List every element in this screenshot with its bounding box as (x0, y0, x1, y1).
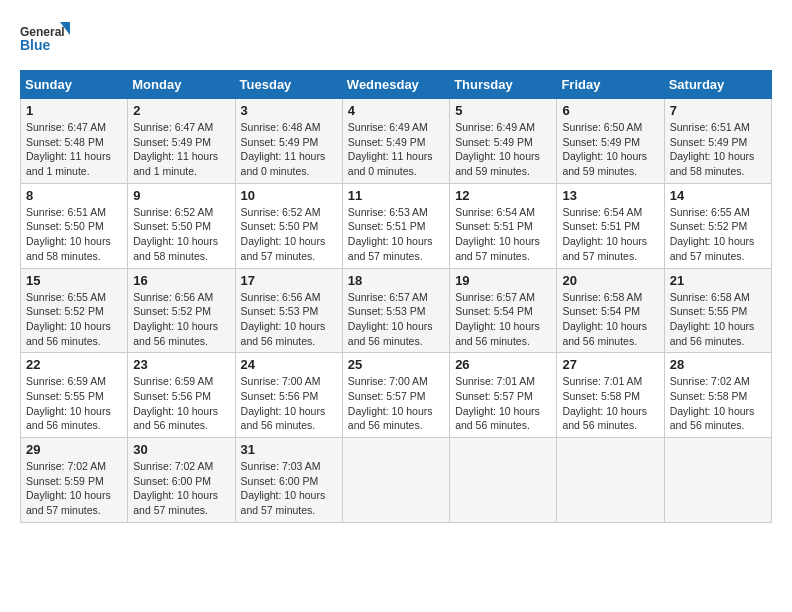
day-info: Sunrise: 7:00 AM Sunset: 5:56 PM Dayligh… (241, 374, 337, 433)
weekday-header-row: SundayMondayTuesdayWednesdayThursdayFrid… (21, 71, 772, 99)
calendar-day-cell: 23Sunrise: 6:59 AM Sunset: 5:56 PM Dayli… (128, 353, 235, 438)
calendar-body: 1Sunrise: 6:47 AM Sunset: 5:48 PM Daylig… (21, 99, 772, 523)
calendar-day-cell: 29Sunrise: 7:02 AM Sunset: 5:59 PM Dayli… (21, 438, 128, 523)
calendar-day-cell: 12Sunrise: 6:54 AM Sunset: 5:51 PM Dayli… (450, 183, 557, 268)
day-number: 15 (26, 273, 122, 288)
calendar-day-cell: 4Sunrise: 6:49 AM Sunset: 5:49 PM Daylig… (342, 99, 449, 184)
day-number: 2 (133, 103, 229, 118)
day-info: Sunrise: 6:59 AM Sunset: 5:55 PM Dayligh… (26, 374, 122, 433)
day-info: Sunrise: 6:49 AM Sunset: 5:49 PM Dayligh… (455, 120, 551, 179)
day-number: 14 (670, 188, 766, 203)
calendar-day-cell: 17Sunrise: 6:56 AM Sunset: 5:53 PM Dayli… (235, 268, 342, 353)
weekday-header-cell: Saturday (664, 71, 771, 99)
calendar-week-row: 22Sunrise: 6:59 AM Sunset: 5:55 PM Dayli… (21, 353, 772, 438)
calendar-day-cell (342, 438, 449, 523)
calendar-day-cell (557, 438, 664, 523)
day-info: Sunrise: 7:02 AM Sunset: 5:58 PM Dayligh… (670, 374, 766, 433)
day-info: Sunrise: 7:01 AM Sunset: 5:58 PM Dayligh… (562, 374, 658, 433)
calendar-day-cell (450, 438, 557, 523)
logo-image: General Blue (20, 20, 70, 60)
day-number: 18 (348, 273, 444, 288)
day-number: 21 (670, 273, 766, 288)
calendar-day-cell: 8Sunrise: 6:51 AM Sunset: 5:50 PM Daylig… (21, 183, 128, 268)
day-info: Sunrise: 6:57 AM Sunset: 5:53 PM Dayligh… (348, 290, 444, 349)
day-number: 5 (455, 103, 551, 118)
calendar-day-cell: 15Sunrise: 6:55 AM Sunset: 5:52 PM Dayli… (21, 268, 128, 353)
day-number: 13 (562, 188, 658, 203)
calendar-day-cell: 24Sunrise: 7:00 AM Sunset: 5:56 PM Dayli… (235, 353, 342, 438)
day-number: 25 (348, 357, 444, 372)
day-info: Sunrise: 7:00 AM Sunset: 5:57 PM Dayligh… (348, 374, 444, 433)
calendar-day-cell: 19Sunrise: 6:57 AM Sunset: 5:54 PM Dayli… (450, 268, 557, 353)
day-info: Sunrise: 6:53 AM Sunset: 5:51 PM Dayligh… (348, 205, 444, 264)
calendar-day-cell: 31Sunrise: 7:03 AM Sunset: 6:00 PM Dayli… (235, 438, 342, 523)
day-number: 3 (241, 103, 337, 118)
calendar-day-cell: 9Sunrise: 6:52 AM Sunset: 5:50 PM Daylig… (128, 183, 235, 268)
calendar-day-cell: 28Sunrise: 7:02 AM Sunset: 5:58 PM Dayli… (664, 353, 771, 438)
day-number: 7 (670, 103, 766, 118)
logo: General Blue (20, 20, 70, 60)
day-number: 28 (670, 357, 766, 372)
day-info: Sunrise: 6:52 AM Sunset: 5:50 PM Dayligh… (133, 205, 229, 264)
calendar-day-cell: 5Sunrise: 6:49 AM Sunset: 5:49 PM Daylig… (450, 99, 557, 184)
day-number: 1 (26, 103, 122, 118)
weekday-header-cell: Thursday (450, 71, 557, 99)
calendar-day-cell: 20Sunrise: 6:58 AM Sunset: 5:54 PM Dayli… (557, 268, 664, 353)
day-info: Sunrise: 6:55 AM Sunset: 5:52 PM Dayligh… (26, 290, 122, 349)
day-number: 11 (348, 188, 444, 203)
day-info: Sunrise: 6:47 AM Sunset: 5:48 PM Dayligh… (26, 120, 122, 179)
day-info: Sunrise: 7:02 AM Sunset: 6:00 PM Dayligh… (133, 459, 229, 518)
calendar-week-row: 15Sunrise: 6:55 AM Sunset: 5:52 PM Dayli… (21, 268, 772, 353)
day-info: Sunrise: 6:57 AM Sunset: 5:54 PM Dayligh… (455, 290, 551, 349)
day-info: Sunrise: 6:47 AM Sunset: 5:49 PM Dayligh… (133, 120, 229, 179)
calendar-week-row: 8Sunrise: 6:51 AM Sunset: 5:50 PM Daylig… (21, 183, 772, 268)
day-info: Sunrise: 6:48 AM Sunset: 5:49 PM Dayligh… (241, 120, 337, 179)
day-number: 6 (562, 103, 658, 118)
day-number: 31 (241, 442, 337, 457)
weekday-header-cell: Wednesday (342, 71, 449, 99)
calendar-day-cell (664, 438, 771, 523)
calendar-day-cell: 7Sunrise: 6:51 AM Sunset: 5:49 PM Daylig… (664, 99, 771, 184)
day-info: Sunrise: 6:50 AM Sunset: 5:49 PM Dayligh… (562, 120, 658, 179)
day-number: 22 (26, 357, 122, 372)
calendar-day-cell: 2Sunrise: 6:47 AM Sunset: 5:49 PM Daylig… (128, 99, 235, 184)
day-number: 12 (455, 188, 551, 203)
day-info: Sunrise: 6:51 AM Sunset: 5:49 PM Dayligh… (670, 120, 766, 179)
day-info: Sunrise: 6:54 AM Sunset: 5:51 PM Dayligh… (455, 205, 551, 264)
calendar-week-row: 1Sunrise: 6:47 AM Sunset: 5:48 PM Daylig… (21, 99, 772, 184)
day-number: 10 (241, 188, 337, 203)
day-number: 20 (562, 273, 658, 288)
day-info: Sunrise: 6:51 AM Sunset: 5:50 PM Dayligh… (26, 205, 122, 264)
day-number: 24 (241, 357, 337, 372)
day-number: 30 (133, 442, 229, 457)
day-info: Sunrise: 7:01 AM Sunset: 5:57 PM Dayligh… (455, 374, 551, 433)
calendar-day-cell: 22Sunrise: 6:59 AM Sunset: 5:55 PM Dayli… (21, 353, 128, 438)
calendar-day-cell: 11Sunrise: 6:53 AM Sunset: 5:51 PM Dayli… (342, 183, 449, 268)
day-number: 27 (562, 357, 658, 372)
calendar-day-cell: 16Sunrise: 6:56 AM Sunset: 5:52 PM Dayli… (128, 268, 235, 353)
day-info: Sunrise: 6:56 AM Sunset: 5:53 PM Dayligh… (241, 290, 337, 349)
day-info: Sunrise: 7:02 AM Sunset: 5:59 PM Dayligh… (26, 459, 122, 518)
day-info: Sunrise: 6:58 AM Sunset: 5:54 PM Dayligh… (562, 290, 658, 349)
calendar-day-cell: 21Sunrise: 6:58 AM Sunset: 5:55 PM Dayli… (664, 268, 771, 353)
calendar-day-cell: 14Sunrise: 6:55 AM Sunset: 5:52 PM Dayli… (664, 183, 771, 268)
day-number: 8 (26, 188, 122, 203)
logo-svg: General Blue (20, 20, 70, 60)
day-number: 17 (241, 273, 337, 288)
day-info: Sunrise: 6:54 AM Sunset: 5:51 PM Dayligh… (562, 205, 658, 264)
page-header: General Blue (20, 20, 772, 60)
day-info: Sunrise: 6:49 AM Sunset: 5:49 PM Dayligh… (348, 120, 444, 179)
day-number: 29 (26, 442, 122, 457)
day-number: 19 (455, 273, 551, 288)
day-info: Sunrise: 6:59 AM Sunset: 5:56 PM Dayligh… (133, 374, 229, 433)
calendar-week-row: 29Sunrise: 7:02 AM Sunset: 5:59 PM Dayli… (21, 438, 772, 523)
calendar-day-cell: 10Sunrise: 6:52 AM Sunset: 5:50 PM Dayli… (235, 183, 342, 268)
day-number: 4 (348, 103, 444, 118)
day-info: Sunrise: 6:55 AM Sunset: 5:52 PM Dayligh… (670, 205, 766, 264)
day-info: Sunrise: 6:58 AM Sunset: 5:55 PM Dayligh… (670, 290, 766, 349)
svg-text:Blue: Blue (20, 37, 51, 53)
day-number: 26 (455, 357, 551, 372)
calendar-day-cell: 18Sunrise: 6:57 AM Sunset: 5:53 PM Dayli… (342, 268, 449, 353)
weekday-header-cell: Sunday (21, 71, 128, 99)
calendar-day-cell: 6Sunrise: 6:50 AM Sunset: 5:49 PM Daylig… (557, 99, 664, 184)
